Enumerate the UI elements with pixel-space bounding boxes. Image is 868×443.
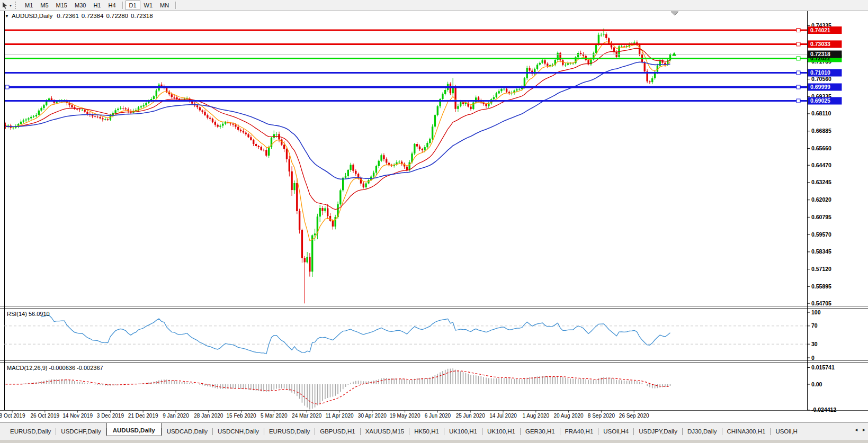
svg-text:28 Jan 2020: 28 Jan 2020 [194, 413, 223, 419]
svg-text:30: 30 [811, 341, 818, 347]
svg-text:3 Dec 2019: 3 Dec 2019 [97, 413, 124, 419]
tab-scroll-right-icon[interactable]: ▸ [863, 427, 865, 432]
timeframe-button-m30[interactable]: M30 [71, 1, 90, 10]
svg-text:0.74021: 0.74021 [810, 27, 830, 33]
svg-text:0.70560: 0.70560 [811, 76, 831, 82]
rsi-indicator-label: RSI(14) 56.0910 [7, 311, 50, 317]
chart-tab-eurusd-daily[interactable]: EURUSD,Daily [264, 427, 315, 436]
chart-menu-icon[interactable]: ▼ [5, 14, 9, 19]
svg-text:0.015741: 0.015741 [811, 364, 835, 370]
svg-text:5 Mar 2020: 5 Mar 2020 [261, 413, 288, 419]
svg-text:6 Jun 2020: 6 Jun 2020 [425, 413, 451, 419]
timeframe-button-group: M1M5M15M30H1H4D1W1MN [21, 0, 178, 11]
svg-text:30 Apr 2020: 30 Apr 2020 [358, 413, 387, 419]
chart-tab-gbpusd-h1[interactable]: GBPUSD,H1 [315, 427, 360, 436]
svg-text:24 Mar 2020: 24 Mar 2020 [292, 413, 322, 419]
svg-text:0.60795: 0.60795 [811, 214, 831, 220]
chart-tab-hk50-h1[interactable]: HK50,H1 [409, 427, 444, 436]
svg-text:0.71010: 0.71010 [810, 69, 830, 76]
svg-text:21 Dec 2019: 21 Dec 2019 [128, 413, 158, 419]
svg-text:8 Oct 2019: 8 Oct 2019 [0, 413, 25, 419]
svg-text:100: 100 [811, 309, 821, 315]
price-axis: 0.743350.717850.705600.693350.681100.668… [807, 22, 842, 413]
svg-text:0.66885: 0.66885 [811, 128, 831, 134]
chart-tab-dj30-daily[interactable]: DJ30,Daily [683, 427, 722, 436]
tab-scroll-arrows: ◂ ▸ [849, 427, 865, 432]
svg-text:25 Jun 2020: 25 Jun 2020 [456, 413, 485, 419]
chevron-down-icon[interactable]: ▾ [10, 3, 12, 8]
svg-text:70: 70 [811, 322, 818, 329]
timeframe-button-m5[interactable]: M5 [37, 1, 52, 10]
svg-text:0.00: 0.00 [811, 381, 822, 387]
svg-text:0: 0 [811, 355, 815, 361]
chart-tab-fra40-h1[interactable]: FRA40,H1 [560, 427, 598, 436]
svg-text:15 Feb 2020: 15 Feb 2020 [227, 413, 257, 419]
svg-text:0.65660: 0.65660 [811, 145, 831, 151]
chart-tab-usdcnh-daily[interactable]: USDCNH,Daily [213, 427, 264, 436]
chart-tab-bar: EURUSD,DailyUSDCHF,DailyAUDUSD,DailyUSDC… [0, 422, 868, 440]
chart-tab-china300-h1[interactable]: CHINA300,H1 [722, 427, 771, 436]
toolbar-grip-handle[interactable] [15, 2, 17, 9]
chart-title: ▼AUDUSD,Daily0.723610.723840.722800.7231… [5, 13, 156, 19]
chart-tab-uk100-h1[interactable]: UK100,H1 [482, 427, 520, 436]
chart-tab-uk100-h1[interactable]: UK100,H1 [444, 427, 482, 436]
svg-text:0.73033: 0.73033 [810, 41, 830, 47]
chart-tab-ger30-h1[interactable]: GER30,H1 [521, 427, 560, 436]
svg-text:26 Oct 2019: 26 Oct 2019 [31, 413, 60, 419]
date-axis: 8 Oct 201926 Oct 201914 Nov 20193 Dec 20… [0, 411, 649, 419]
svg-text:19 May 2020: 19 May 2020 [390, 413, 420, 419]
svg-text:0.68110: 0.68110 [811, 110, 831, 116]
svg-text:26 Sep 2020: 26 Sep 2020 [619, 413, 649, 419]
ohlc-open-value: 0.72361 [57, 13, 79, 19]
macd-indicator-label: MACD(12,26,9) -0.000636 -0.002367 [7, 365, 103, 371]
chart-symbol-label: AUDUSD,Daily [12, 13, 52, 19]
svg-text:0.59570: 0.59570 [811, 231, 831, 238]
svg-text:14 Jul 2020: 14 Jul 2020 [489, 413, 517, 419]
timeframe-button-m1[interactable]: M1 [21, 1, 37, 10]
timeframe-button-d1[interactable]: D1 [126, 1, 140, 10]
timeframe-button-h1[interactable]: H1 [90, 1, 104, 10]
svg-text:0.64470: 0.64470 [811, 162, 831, 168]
chart-tab-usoil-h4[interactable]: USOil,H4 [598, 427, 633, 436]
timeframe-toolbar: ▾ M1M5M15M30H1H4D1W1MN [0, 0, 868, 11]
svg-text:0.55895: 0.55895 [811, 283, 831, 290]
chart-tab-usdjpy-daily[interactable]: USDJPY,Daily [634, 427, 682, 436]
ohlc-low-value: 0.72280 [106, 13, 128, 19]
chart-tab-audusd-daily[interactable]: AUDUSD,Daily [106, 423, 162, 436]
chart-tab-usdchf-daily[interactable]: USDCHF,Daily [56, 427, 105, 436]
ohlc-high-value: 0.72384 [82, 13, 104, 19]
chart-tab-xauusd-m15[interactable]: XAUUSD,M15 [361, 427, 409, 436]
cursor-tool-icon[interactable] [1, 1, 9, 10]
svg-text:11 Apr 2020: 11 Apr 2020 [325, 413, 354, 419]
tab-scroll-left-icon[interactable]: ◂ [855, 427, 857, 432]
svg-text:9 Jan 2020: 9 Jan 2020 [163, 413, 189, 419]
svg-text:-0.024412: -0.024412 [811, 406, 836, 413]
svg-text:0.62020: 0.62020 [811, 196, 831, 203]
chart-tab-usoil-h[interactable]: USOil,H [771, 427, 802, 436]
toolbar-separator [175, 2, 176, 9]
svg-text:0.72318: 0.72318 [810, 51, 830, 57]
svg-text:0.69999: 0.69999 [810, 84, 830, 90]
timeframe-button-m15[interactable]: M15 [52, 1, 71, 10]
svg-text:20 Aug 2020: 20 Aug 2020 [554, 413, 584, 419]
status-strip [0, 439, 868, 443]
svg-text:14 Nov 2019: 14 Nov 2019 [62, 413, 93, 419]
ohlc-close-value: 0.72318 [131, 13, 153, 19]
chart-canvas[interactable] [4, 11, 807, 410]
mt4-chart-window: ▾ M1M5M15M30H1H4D1W1MN 0.743350.717850.7… [0, 0, 868, 443]
svg-text:8 Sep 2020: 8 Sep 2020 [588, 413, 615, 419]
timeframe-button-w1[interactable]: W1 [140, 1, 157, 10]
svg-text:0.57120: 0.57120 [811, 266, 831, 272]
toolbar-separator [122, 2, 123, 9]
timeframe-button-mn[interactable]: MN [156, 1, 173, 10]
svg-text:0.54705: 0.54705 [811, 300, 831, 306]
svg-text:0.69025: 0.69025 [810, 97, 830, 104]
svg-text:0.58345: 0.58345 [811, 248, 831, 255]
svg-text:1 Aug 2020: 1 Aug 2020 [522, 413, 549, 419]
svg-text:0.63245: 0.63245 [811, 179, 831, 185]
chart-tab-usdcad-daily[interactable]: USDCAD,Daily [162, 427, 212, 436]
chart-tab-eurusd-daily[interactable]: EURUSD,Daily [5, 427, 56, 436]
chart-tabs: EURUSD,DailyUSDCHF,DailyAUDUSD,DailyUSDC… [0, 423, 850, 440]
timeframe-button-h4[interactable]: H4 [104, 1, 119, 10]
